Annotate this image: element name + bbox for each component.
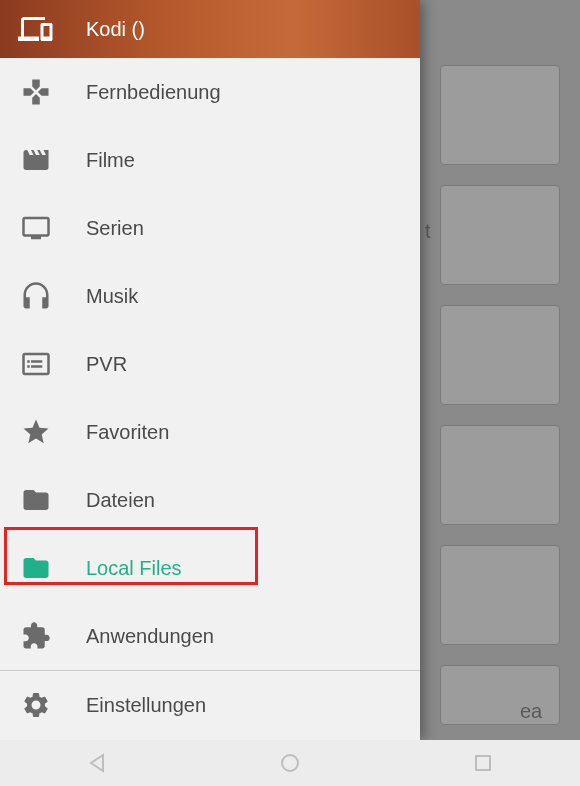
background-card bbox=[440, 305, 560, 405]
menu-item-files[interactable]: Dateien bbox=[0, 466, 420, 534]
bg-text-fragment: ea bbox=[520, 700, 542, 723]
menu-item-series[interactable]: Serien bbox=[0, 194, 420, 262]
menu-label: Einstellungen bbox=[86, 694, 206, 717]
menu-item-applications[interactable]: Anwendungen bbox=[0, 602, 420, 670]
menu-item-favorites[interactable]: Favoriten bbox=[0, 398, 420, 466]
drawer-menu: Fernbedienung Filme Serien Musik PVR bbox=[0, 58, 420, 740]
menu-item-local-files[interactable]: Local Files bbox=[0, 534, 420, 602]
drawer-title: Kodi () bbox=[86, 18, 145, 41]
background-card bbox=[440, 545, 560, 645]
menu-label: Filme bbox=[86, 149, 135, 172]
star-icon bbox=[18, 414, 54, 450]
background-card bbox=[440, 185, 560, 285]
menu-label: PVR bbox=[86, 353, 127, 376]
menu-label: Local Files bbox=[86, 557, 182, 580]
menu-item-remote[interactable]: Fernbedienung bbox=[0, 58, 420, 126]
extension-icon bbox=[18, 618, 54, 654]
headphones-icon bbox=[18, 278, 54, 314]
menu-label: Serien bbox=[86, 217, 144, 240]
folder-icon bbox=[18, 482, 54, 518]
menu-label: Musik bbox=[86, 285, 138, 308]
svg-point-0 bbox=[282, 755, 298, 771]
navigation-drawer: Kodi () Fernbedienung Filme Serien Mus bbox=[0, 0, 420, 740]
gamepad-icon bbox=[18, 74, 54, 110]
svg-rect-1 bbox=[476, 756, 490, 770]
back-icon[interactable] bbox=[85, 751, 109, 775]
android-navbar bbox=[0, 740, 580, 786]
background-card bbox=[440, 425, 560, 525]
recents-icon[interactable] bbox=[471, 751, 495, 775]
menu-item-settings[interactable]: Einstellungen bbox=[0, 671, 420, 739]
drawer-header[interactable]: Kodi () bbox=[0, 0, 420, 58]
bg-text-fragment: t bbox=[425, 220, 431, 243]
dvr-icon bbox=[18, 346, 54, 382]
menu-label: Favoriten bbox=[86, 421, 169, 444]
home-icon[interactable] bbox=[278, 751, 302, 775]
background-card bbox=[440, 65, 560, 165]
devices-icon bbox=[18, 11, 54, 47]
gear-icon bbox=[18, 687, 54, 723]
folder-icon bbox=[18, 550, 54, 586]
menu-item-pvr[interactable]: PVR bbox=[0, 330, 420, 398]
movie-icon bbox=[18, 142, 54, 178]
menu-label: Dateien bbox=[86, 489, 155, 512]
menu-item-movies[interactable]: Filme bbox=[0, 126, 420, 194]
menu-item-music[interactable]: Musik bbox=[0, 262, 420, 330]
menu-label: Anwendungen bbox=[86, 625, 214, 648]
tv-icon bbox=[18, 210, 54, 246]
menu-label: Fernbedienung bbox=[86, 81, 221, 104]
